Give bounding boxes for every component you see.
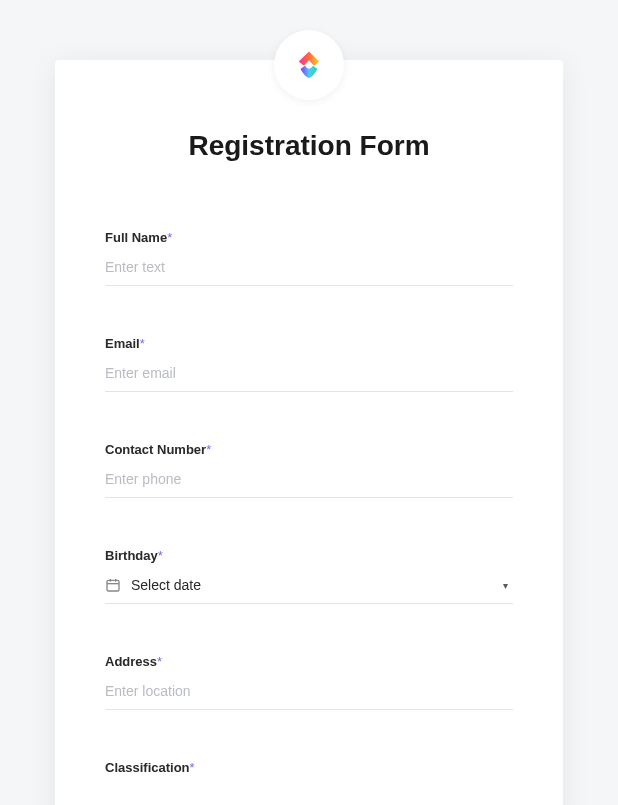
contact-input[interactable] (105, 471, 513, 487)
label-email: Email* (105, 336, 513, 351)
label-text: Classification (105, 760, 190, 775)
birthday-placeholder: Select date (131, 577, 493, 593)
logo-badge (274, 30, 344, 100)
chevron-down-icon: ▾ (503, 580, 513, 591)
field-contact: Contact Number* (105, 442, 513, 498)
label-text: Email (105, 336, 140, 351)
field-full-name: Full Name* (105, 230, 513, 286)
form-title: Registration Form (105, 130, 513, 162)
registration-card: Registration Form Full Name* Email* Cont… (55, 60, 563, 805)
email-input[interactable] (105, 365, 513, 381)
label-text: Address (105, 654, 157, 669)
required-asterisk: * (158, 548, 163, 563)
input-row-email[interactable] (105, 365, 513, 392)
required-asterisk: * (190, 760, 195, 775)
field-birthday: Birthday* Select date ▾ (105, 548, 513, 604)
label-contact: Contact Number* (105, 442, 513, 457)
label-full-name: Full Name* (105, 230, 513, 245)
required-asterisk: * (157, 654, 162, 669)
label-text: Birthday (105, 548, 158, 563)
calendar-icon (105, 577, 121, 593)
required-asterisk: * (167, 230, 172, 245)
input-row-contact[interactable] (105, 471, 513, 498)
clickup-logo-icon (292, 48, 326, 82)
svg-rect-0 (107, 580, 119, 591)
field-email: Email* (105, 336, 513, 392)
full-name-input[interactable] (105, 259, 513, 275)
label-classification: Classification* (105, 760, 513, 775)
required-asterisk: * (140, 336, 145, 351)
label-birthday: Birthday* (105, 548, 513, 563)
input-row-address[interactable] (105, 683, 513, 710)
field-address: Address* (105, 654, 513, 710)
required-asterisk: * (206, 442, 211, 457)
label-text: Full Name (105, 230, 167, 245)
birthday-select[interactable]: Select date ▾ (105, 577, 513, 604)
input-row-full-name[interactable] (105, 259, 513, 286)
address-input[interactable] (105, 683, 513, 699)
field-classification: Classification* (105, 760, 513, 775)
label-address: Address* (105, 654, 513, 669)
label-text: Contact Number (105, 442, 206, 457)
